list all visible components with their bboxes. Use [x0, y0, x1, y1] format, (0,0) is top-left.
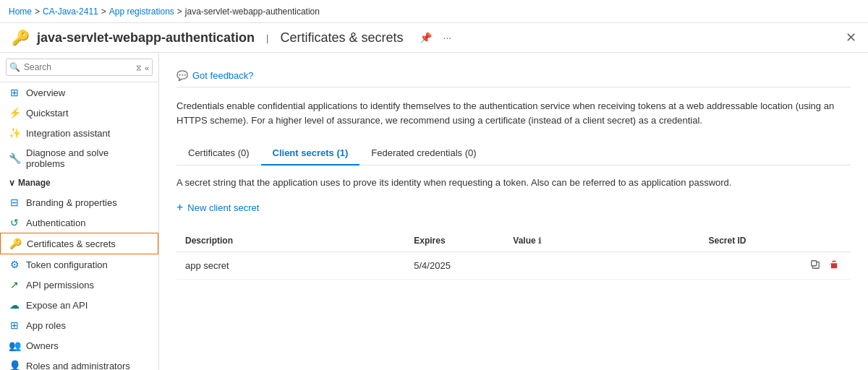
cell-expires: 5/4/2025	[405, 252, 504, 280]
sidebar-item-expose-api[interactable]: ☁ Expose an API	[0, 295, 158, 315]
sidebar-item-quickstart[interactable]: ⚡ Quickstart	[0, 103, 158, 123]
sidebar-item-app-roles[interactable]: ⊞ App roles	[0, 315, 158, 335]
api-permissions-icon: ↗	[9, 279, 20, 291]
search-input[interactable]	[6, 59, 153, 76]
main-layout: 🔍 ⧖ « ⊞ Overview ⚡ Quickstart ✨ Integrat…	[0, 53, 868, 370]
sidebar-label-token-config: Token configuration	[26, 259, 108, 270]
sidebar-label-quickstart: Quickstart	[26, 108, 69, 119]
table-row: app secret 5/4/2025	[176, 252, 851, 280]
expose-api-icon: ☁	[9, 299, 20, 311]
feedback-label: Got feedback?	[192, 70, 254, 81]
sidebar-label-roles-admins: Roles and administrators	[26, 361, 130, 371]
integration-icon: ✨	[9, 127, 20, 139]
page-header: 🔑 java-servlet-webapp-authentication | C…	[0, 23, 868, 53]
header-actions: 📌 ···	[417, 30, 455, 45]
manage-chevron: ∨	[9, 178, 15, 188]
search-box-container: 🔍 ⧖ «	[0, 53, 158, 82]
description-text: Credentials enable confidential applicat…	[176, 99, 851, 127]
tab-certificates[interactable]: Certificates (0)	[176, 142, 261, 165]
diagnose-icon: 🔧	[9, 152, 20, 164]
content-area: 💬 Got feedback? Credentials enable confi…	[159, 53, 868, 370]
cell-description: app secret	[176, 252, 405, 280]
sidebar-item-integration[interactable]: ✨ Integration assistant	[0, 123, 158, 143]
search-icon: 🔍	[9, 62, 20, 72]
search-wrapper: 🔍 ⧖ «	[6, 59, 153, 76]
col-header-secret-id: Secret ID	[699, 230, 799, 252]
breadcrumb: Home > CA-Java-2411 > App registrations …	[9, 7, 320, 17]
quickstart-icon: ⚡	[9, 107, 20, 119]
sidebar-label-branding: Branding & properties	[26, 197, 117, 208]
cell-value	[504, 252, 699, 280]
sidebar: 🔍 ⧖ « ⊞ Overview ⚡ Quickstart ✨ Integrat…	[0, 53, 159, 370]
authentication-icon: ↺	[9, 217, 20, 228]
tab-federated-credentials[interactable]: Federated credentials (0)	[359, 142, 488, 165]
roles-admins-icon: 👤	[9, 360, 20, 370]
delete-icon	[829, 259, 839, 270]
sidebar-label-owners: Owners	[26, 340, 59, 351]
sidebar-label-integration: Integration assistant	[26, 128, 110, 139]
search-filter-button[interactable]: ⧖	[136, 63, 142, 72]
branding-icon: ⊟	[9, 197, 20, 208]
col-header-expires: Expires	[405, 230, 504, 252]
sidebar-item-authentication[interactable]: ↺ Authentication	[0, 212, 158, 233]
sidebar-label-diagnose: Diagnose and solve problems	[26, 147, 150, 169]
close-button[interactable]: ✕	[846, 30, 856, 46]
pin-button[interactable]: 📌	[417, 30, 435, 45]
breadcrumb-app-reg[interactable]: App registrations	[109, 7, 174, 17]
sidebar-item-roles-admins[interactable]: 👤 Roles and administrators	[0, 356, 158, 370]
sidebar-item-certificates[interactable]: 🔑 Certificates & secrets	[0, 233, 158, 254]
app-name: java-servlet-webapp-authentication	[37, 30, 255, 46]
tab-client-secrets[interactable]: Client secrets (1)	[261, 142, 360, 165]
secrets-table: Description Expires Value ℹ Secret ID ap…	[176, 230, 851, 280]
key-icon: 🔑	[12, 29, 30, 46]
col-header-value: Value ℹ	[504, 230, 699, 252]
cell-actions	[799, 252, 851, 280]
sidebar-label-api-permissions: API permissions	[26, 280, 94, 291]
secret-description: A secret string that the application use…	[176, 177, 851, 188]
delete-button[interactable]	[826, 258, 842, 273]
copy-icon	[810, 259, 820, 270]
more-button[interactable]: ···	[441, 30, 455, 45]
sidebar-item-diagnose[interactable]: 🔧 Diagnose and solve problems	[0, 143, 158, 173]
app-roles-icon: ⊞	[9, 319, 20, 331]
copy-button[interactable]	[807, 258, 823, 273]
table-header-row: Description Expires Value ℹ Secret ID	[176, 230, 851, 252]
sidebar-label-authentication: Authentication	[26, 218, 85, 228]
add-secret-label: New client secret	[187, 202, 259, 213]
manage-section-header[interactable]: ∨ Manage	[0, 173, 158, 192]
cell-secret-id	[699, 252, 799, 280]
owners-icon: 👥	[9, 340, 20, 351]
row-action-buttons	[807, 258, 842, 273]
breadcrumb-home[interactable]: Home	[9, 7, 32, 17]
sidebar-item-token-config[interactable]: ⚙ Token configuration	[0, 254, 158, 275]
plus-icon: +	[176, 201, 183, 214]
top-bar: Home > CA-Java-2411 > App registrations …	[0, 0, 868, 23]
tabs-container: Certificates (0) Client secrets (1) Fede…	[176, 142, 851, 165]
breadcrumb-current: java-servlet-webapp-authentication	[185, 7, 320, 17]
value-info-icon[interactable]: ℹ	[538, 236, 541, 245]
sidebar-item-owners[interactable]: 👥 Owners	[0, 335, 158, 356]
token-config-icon: ⚙	[9, 259, 20, 270]
breadcrumb-ca-java[interactable]: CA-Java-2411	[43, 7, 98, 17]
sidebar-label-overview: Overview	[26, 87, 65, 98]
overview-icon: ⊞	[9, 87, 20, 98]
certificates-icon: 🔑	[9, 238, 21, 249]
sidebar-label-certificates: Certificates & secrets	[27, 238, 116, 249]
search-actions: ⧖ «	[136, 63, 149, 72]
svg-rect-1	[812, 261, 817, 266]
header-separator: |	[266, 33, 268, 43]
feedback-icon: 💬	[176, 70, 188, 81]
sidebar-item-branding[interactable]: ⊟ Branding & properties	[0, 192, 158, 212]
col-header-actions	[799, 230, 851, 252]
feedback-bar[interactable]: 💬 Got feedback?	[176, 64, 851, 87]
manage-label: Manage	[18, 178, 51, 188]
sidebar-label-expose-api: Expose an API	[26, 300, 88, 311]
search-collapse-button[interactable]: «	[145, 63, 149, 72]
add-secret-button[interactable]: + New client secret	[176, 197, 259, 218]
page-title: Certificates & secrets	[280, 30, 403, 46]
sidebar-label-app-roles: App roles	[26, 320, 66, 331]
col-header-description: Description	[176, 230, 405, 252]
sidebar-item-overview[interactable]: ⊞ Overview	[0, 82, 158, 103]
sidebar-item-api-permissions[interactable]: ↗ API permissions	[0, 275, 158, 295]
